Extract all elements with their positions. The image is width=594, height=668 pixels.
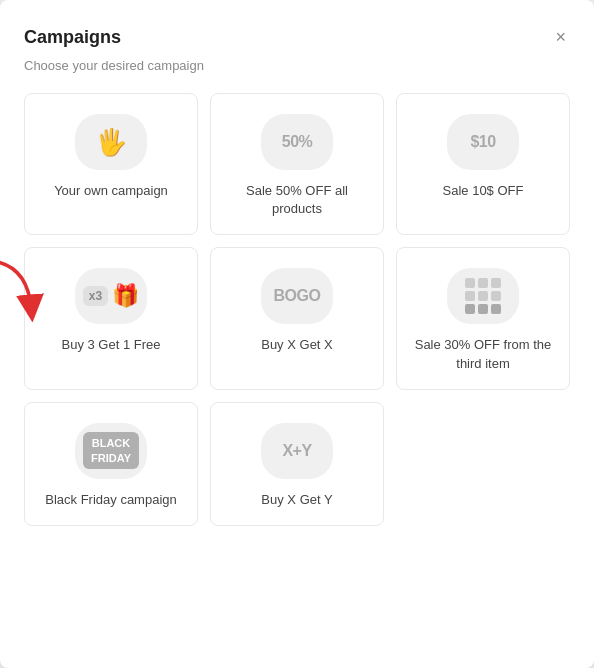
campaign-card-buy3get1[interactable]: x3 🎁 Buy 3 Get 1 Free: [24, 247, 198, 389]
grid-icon: [465, 278, 501, 314]
card-label-bogo: Buy X Get X: [261, 336, 333, 354]
campaign-card-own[interactable]: 🖐 Your own campaign: [24, 93, 198, 235]
black-friday-badge: BLACKFRIDAY: [83, 432, 139, 469]
campaign-card-blackfriday[interactable]: BLACKFRIDAY Black Friday campaign: [24, 402, 198, 526]
card-icon-blackfriday: BLACKFRIDAY: [75, 423, 147, 479]
card-icon-sale50: 50%: [261, 114, 333, 170]
red-arrow-indicator: [0, 256, 45, 326]
modal-title: Campaigns: [24, 27, 121, 48]
card-icon-sale30: [447, 268, 519, 324]
card-label-own: Your own campaign: [54, 182, 168, 200]
x3-gift-icon: x3 🎁: [83, 283, 139, 309]
card-icon-buy3get1: x3 🎁: [75, 268, 147, 324]
card-label-sale10: Sale 10$ OFF: [443, 182, 524, 200]
card-icon-bogo: BOGO: [261, 268, 333, 324]
card-label-buyxgety: Buy X Get Y: [261, 491, 332, 509]
card-label-sale50: Sale 50% OFF all products: [223, 182, 371, 218]
x3-label: x3: [83, 286, 108, 306]
card-icon-buyxgety: X+Y: [261, 423, 333, 479]
campaign-card-sale30[interactable]: Sale 30% OFF from the third item: [396, 247, 570, 389]
campaign-card-buyxgety[interactable]: X+Y Buy X Get Y: [210, 402, 384, 526]
campaign-card-sale50[interactable]: 50% Sale 50% OFF all products: [210, 93, 384, 235]
modal-subtitle: Choose your desired campaign: [24, 58, 570, 73]
card-icon-own: 🖐: [75, 114, 147, 170]
campaigns-grid: 🖐 Your own campaign 50% Sale 50% OFF all…: [24, 93, 570, 526]
campaign-card-sale10[interactable]: $10 Sale 10$ OFF: [396, 93, 570, 235]
close-button[interactable]: ×: [551, 24, 570, 50]
card-label-blackfriday: Black Friday campaign: [45, 491, 177, 509]
campaigns-modal: Campaigns × Choose your desired campaign…: [0, 0, 594, 668]
card-label-sale30: Sale 30% OFF from the third item: [409, 336, 557, 372]
card-label-buy3get1: Buy 3 Get 1 Free: [62, 336, 161, 354]
campaign-card-bogo[interactable]: BOGO Buy X Get X: [210, 247, 384, 389]
card-icon-sale10: $10: [447, 114, 519, 170]
modal-header: Campaigns ×: [24, 24, 570, 50]
